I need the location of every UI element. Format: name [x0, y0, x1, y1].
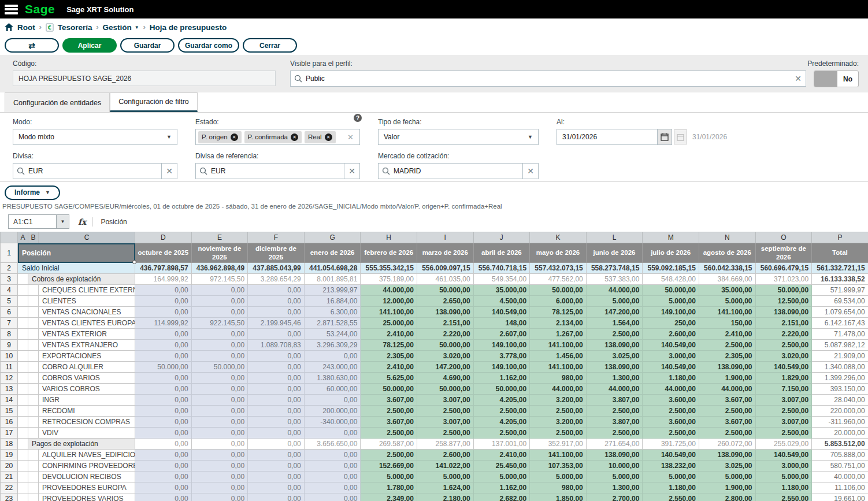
tab-configuracion-filtro[interactable]: Configuración de filtro [110, 92, 198, 112]
cell-P4[interactable]: 571.999,97 [812, 285, 868, 296]
cell-M18[interactable]: 391.725,00 [643, 439, 699, 450]
cell-P22[interactable]: 11.106,00 [812, 483, 868, 493]
cell-O13[interactable]: 7.150,00 [755, 384, 812, 395]
cell-I11[interactable]: 147.200,00 [417, 362, 473, 373]
help-icon[interactable]: ? [354, 114, 362, 122]
cell-C17[interactable]: VDIV [39, 428, 135, 439]
cell-M13[interactable]: 44.000,00 [643, 384, 699, 395]
cell-N16[interactable]: 3.607,00 [699, 417, 755, 428]
cell-A16[interactable] [18, 417, 28, 428]
cell-C10[interactable]: EXPORTACIONES [39, 351, 135, 362]
cell-E8[interactable]: 0,00 [191, 329, 248, 340]
cell-L23[interactable]: 2.700,00 [586, 493, 643, 501]
cell-O9[interactable]: 2.500,00 [755, 340, 812, 351]
cell-J14[interactable]: 4.205,00 [473, 395, 530, 406]
cell-K6[interactable]: 78.125,00 [530, 307, 587, 318]
cell-I6[interactable]: 138.090,00 [417, 307, 473, 318]
cell-N19[interactable]: 138.090,00 [699, 450, 755, 461]
breadcrumb-dropdown-icon[interactable]: ▼ [135, 25, 139, 30]
cell-N3[interactable]: 384.669,00 [699, 274, 755, 285]
cell-G2[interactable]: 441.054.698,28 [304, 263, 361, 274]
cell-I22[interactable]: 1.624,00 [417, 483, 473, 493]
cell-P15[interactable]: 220.000,00 [812, 406, 868, 417]
cell-I23[interactable]: 2.180,00 [417, 493, 473, 501]
cell-E6[interactable]: 0,00 [191, 307, 248, 318]
month-header-F1[interactable]: diciembre de 2025 [248, 243, 305, 263]
cell-F12[interactable]: 0,00 [248, 373, 305, 384]
cell-G15[interactable]: 200.000,00 [304, 406, 361, 417]
cell-P23[interactable]: 19.661,00 [812, 493, 868, 501]
cell-I7[interactable]: 2.151,00 [417, 318, 473, 329]
cell-D6[interactable]: 0,00 [135, 307, 192, 318]
cell-C15[interactable]: RECDOMI [39, 406, 135, 417]
row-header-11[interactable]: 11 [1, 362, 18, 373]
cell-D12[interactable]: 0,00 [135, 373, 192, 384]
cell-C5[interactable]: CLIENTES [39, 296, 135, 307]
cell-A20[interactable] [18, 461, 28, 472]
cell-L15[interactable]: 2.500,00 [586, 406, 643, 417]
month-header-J1[interactable]: abril de 2026 [473, 243, 530, 263]
cell-F18[interactable]: 0,00 [248, 439, 305, 450]
row-header-8[interactable]: 8 [1, 329, 18, 340]
cell-A11[interactable] [18, 362, 28, 373]
cell-F19[interactable]: 0,00 [248, 450, 305, 461]
cell-P12[interactable]: 1.399.296,00 [812, 373, 868, 384]
cell-O8[interactable]: 2.220,00 [755, 329, 812, 340]
cell-O6[interactable]: 138.090,00 [755, 307, 812, 318]
cell-F14[interactable]: 0,00 [248, 395, 305, 406]
row-header-1[interactable]: 1 [1, 243, 18, 263]
cell-L9[interactable]: 138.090,00 [586, 340, 643, 351]
cell-C20[interactable]: CONFIRMING PROVEEDORES [39, 461, 135, 472]
cell-I4[interactable]: 50.000,00 [417, 285, 473, 296]
cell-M7[interactable]: 250,00 [643, 318, 699, 329]
cell-P2[interactable]: 561.332.721,15 [812, 263, 868, 274]
cell-L22[interactable]: 1.300,00 [586, 483, 643, 493]
cell-L14[interactable]: 3.807,00 [586, 395, 643, 406]
estado-field[interactable]: P. origen✕P. confirmada✕Real✕ ✕ [195, 129, 360, 145]
row-header-12[interactable]: 12 [1, 373, 18, 384]
cell-A12[interactable] [18, 373, 28, 384]
cell-K14[interactable]: 3.200,00 [530, 395, 587, 406]
cell-N9[interactable]: 2.500,00 [699, 340, 755, 351]
cell-M23[interactable]: 2.550,00 [643, 493, 699, 501]
cell-D8[interactable]: 0,00 [135, 329, 192, 340]
cell-P3[interactable]: 16.133.338,52 [812, 274, 868, 285]
cell-I19[interactable]: 2.600,00 [417, 450, 473, 461]
cell-M8[interactable]: 2.600,00 [643, 329, 699, 340]
cell-N18[interactable]: 260.072,00 [699, 439, 755, 450]
al-date-field[interactable]: 31/01/2026 [557, 129, 672, 145]
cell-A5[interactable] [18, 296, 28, 307]
cell-K12[interactable]: 980,00 [530, 373, 587, 384]
grid-corner[interactable] [1, 232, 18, 243]
cell-O14[interactable]: 3.007,00 [755, 395, 812, 406]
cell-J23[interactable]: 2.682,00 [473, 493, 530, 501]
cell-K7[interactable]: 2.134,00 [530, 318, 587, 329]
swap-button[interactable]: ⇄ [5, 38, 59, 53]
cell-D7[interactable]: 114.999,92 [135, 318, 192, 329]
predeterminado-toggle[interactable]: No [814, 70, 859, 87]
col-header-F[interactable]: F [248, 232, 305, 243]
month-header-N1[interactable]: agosto de 2026 [699, 243, 755, 263]
chip-remove-icon[interactable]: ✕ [231, 133, 238, 141]
cell-I13[interactable]: 50.000,00 [417, 384, 473, 395]
cell-K9[interactable]: 141.100,00 [530, 340, 587, 351]
col-header-P[interactable]: P [812, 232, 868, 243]
row-header-16[interactable]: 16 [1, 417, 18, 428]
cell-O5[interactable]: 12.500,00 [755, 296, 812, 307]
cell-J2[interactable]: 556.740.718,15 [473, 263, 530, 274]
cell-O11[interactable]: 140.549,00 [755, 362, 812, 373]
cell-A1-posicion[interactable]: Posición [18, 243, 135, 263]
perfil-field[interactable]: Public ✕ [290, 70, 806, 87]
cell-E19[interactable]: 0,00 [191, 450, 248, 461]
cell-G7[interactable]: 2.871.528,55 [304, 318, 361, 329]
cell-K21[interactable]: 5.000,00 [530, 472, 587, 483]
cell-N15[interactable]: 2.500,00 [699, 406, 755, 417]
cell-A23[interactable] [18, 493, 28, 501]
cell-J12[interactable]: 1.162,00 [473, 373, 530, 384]
cell-L17[interactable]: 2.500,00 [586, 428, 643, 439]
mercado-clear-icon[interactable]: ✕ [522, 164, 538, 179]
cell-A7[interactable] [18, 318, 28, 329]
cell-N12[interactable]: 1.900,00 [699, 373, 755, 384]
cell-H2[interactable]: 555.355.342,15 [361, 263, 417, 274]
cell-L2[interactable]: 558.273.748,15 [586, 263, 643, 274]
